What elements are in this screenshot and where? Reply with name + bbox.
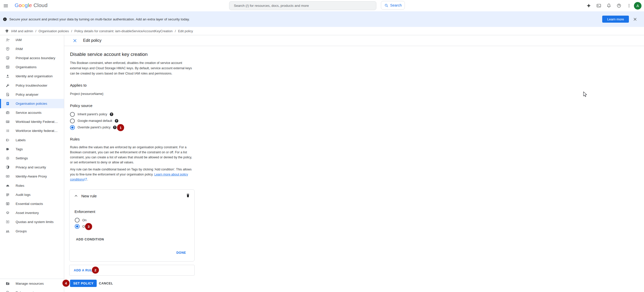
more-vert-button[interactable] <box>624 0 634 11</box>
doc-gear-icon <box>6 92 10 97</box>
applies-to-value: Project {resourceName} <box>70 92 103 96</box>
sidebar-item-organisations[interactable]: Organisations <box>0 63 64 72</box>
sidebar-item-label: Policy analyser <box>16 93 39 96</box>
sidebar-item-workforce-identity-federat[interactable]: Workforce identity federat… <box>0 126 64 135</box>
sidebar-item-pam[interactable]: PAM <box>0 44 64 53</box>
radio-option-label: Override parent's policy <box>78 126 111 129</box>
sidebar-item-label: PAM <box>16 47 23 51</box>
notifications-button[interactable] <box>604 0 614 11</box>
rules-p2-period: . <box>87 178 88 181</box>
sidebar-item-essential-contacts[interactable]: Essential contacts <box>0 199 64 208</box>
proxy-icon <box>6 174 10 178</box>
gemini-button[interactable] <box>584 0 594 11</box>
top-bar: Google Cloud Search A <box>0 0 644 11</box>
done-button[interactable]: DONE <box>176 251 186 254</box>
radio-option-override-parent-s-policy[interactable]: Override parent's policy? <box>70 124 118 131</box>
radio-option-on[interactable]: On <box>75 217 87 223</box>
sidebar-item-identity-and-organisation[interactable]: Identity and organisation <box>0 72 64 81</box>
learn-more-button[interactable]: Learn more <box>602 16 629 23</box>
external-link-icon <box>84 178 87 181</box>
sidebar-item-label: Release notes <box>16 291 37 292</box>
radio-unselected-icon <box>75 218 80 223</box>
doc-lines-icon <box>6 101 10 106</box>
search-button[interactable]: Search <box>381 1 405 10</box>
help-button[interactable] <box>614 0 624 11</box>
breadcrumb: IAM and admin/Organisation policies/Poli… <box>0 27 644 35</box>
cloud-shell-button[interactable] <box>594 0 604 11</box>
breadcrumb-item[interactable]: Policy details for constraint: iam-disab… <box>74 29 172 33</box>
help-icon[interactable]: ? <box>110 113 113 116</box>
menu-icon[interactable] <box>3 3 9 9</box>
search-input[interactable] <box>229 2 376 10</box>
radio-option-inherit-parent-s-policy[interactable]: Inherit parent's policy? <box>70 111 118 118</box>
list-icon <box>6 129 10 133</box>
radio-dot <box>71 113 74 116</box>
radio-dot <box>76 225 78 228</box>
sidebar-item-label: Policy troubleshooter <box>16 84 47 87</box>
sidebar-item-quotas-and-system-limits[interactable]: Quotas and system limits <box>0 217 64 227</box>
annotation-badge-4: 4 <box>62 280 69 287</box>
sidebar-item-label: Principal access boundary <box>16 56 55 60</box>
breadcrumb-item[interactable]: IAM and admin <box>11 29 33 33</box>
add-a-rule-button[interactable]: ADD A RULE <box>74 269 94 272</box>
sidebar-item-service-accounts[interactable]: Service accounts <box>0 108 64 117</box>
radio-unselected-icon <box>70 119 75 123</box>
sidebar-item-iam[interactable]: IAM <box>0 35 64 44</box>
breadcrumb-separator: / <box>35 29 36 33</box>
collapse-chevron-up-icon[interactable] <box>74 194 78 198</box>
sidebar-item-label: Workload Identity Federat… <box>16 120 58 124</box>
wrench-icon <box>6 83 10 88</box>
close-icon[interactable] <box>73 39 77 43</box>
shield-badge-icon <box>6 47 10 51</box>
security-banner: Secure your account and protect your dat… <box>0 11 644 27</box>
sidebar-item-workload-identity-federat[interactable]: Workload Identity Federat… <box>0 117 64 126</box>
sidebar-item-asset-inventory[interactable]: Asset inventory <box>0 208 64 217</box>
tag-icon <box>6 147 10 151</box>
add-condition-button[interactable]: ADD CONDITION <box>76 238 104 241</box>
breadcrumb-item[interactable]: Organisation policies <box>39 29 69 33</box>
help-icon[interactable]: ? <box>115 119 118 123</box>
sidebar-item-organisation-policies[interactable]: Organisation policies <box>0 99 64 108</box>
help-icon[interactable]: ? <box>113 126 117 129</box>
radio-option-google-managed-default[interactable]: Google-managed default? <box>70 118 118 124</box>
sidebar-item-release-notes[interactable]: Release notes <box>0 288 64 292</box>
sidebar-item-principal-access-boundary[interactable]: Principal access boundary <box>0 53 64 62</box>
shield-person-icon <box>6 56 10 60</box>
card-icon <box>6 120 10 124</box>
sidebar-item-policy-troubleshooter[interactable]: Policy troubleshooter <box>0 81 64 90</box>
sidebar-item-settings[interactable]: Settings <box>0 154 64 163</box>
sidebar-item-audit-logs[interactable]: Audit logs <box>0 190 64 199</box>
radio-selected-icon <box>75 224 80 229</box>
groups-icon <box>6 229 10 233</box>
avatar[interactable]: A <box>634 2 641 10</box>
sidebar-item-roles[interactable]: Roles <box>0 181 64 190</box>
page-title: Edit policy <box>83 38 101 43</box>
radio-option-off[interactable]: Off <box>75 223 87 230</box>
sidebar-item-identity-aware-proxy[interactable]: Identity-Aware Proxy <box>0 172 64 181</box>
radio-dot <box>71 126 74 129</box>
sidebar-item-label: Asset inventory <box>16 211 39 215</box>
sidebar-item-label: Settings <box>16 156 28 160</box>
sidebar-item-groups[interactable]: Groups <box>0 227 64 236</box>
banner-close-icon[interactable] <box>633 17 637 21</box>
constraint-title: Disable service account key creation <box>70 52 148 57</box>
delete-rule-trash-icon[interactable] <box>186 193 190 198</box>
logo-suffix: Cloud <box>33 2 48 8</box>
sidebar-item-manage-resources[interactable]: Manage resources <box>0 279 64 288</box>
sidebar-item-labels[interactable]: Labels <box>0 135 64 144</box>
annotation-badge-2: 2 <box>92 267 99 274</box>
dashed-box-icon <box>6 220 10 224</box>
lines-icon <box>6 193 10 197</box>
cancel-button[interactable]: CANCEL <box>97 280 115 287</box>
new-rule-title: New rule <box>81 194 97 198</box>
breadcrumb-item[interactable]: Edit policy <box>178 29 193 33</box>
set-policy-button[interactable]: SET POLICY <box>70 280 97 287</box>
breadcrumb-separator: / <box>175 29 176 33</box>
iam-admin-icon <box>5 29 9 33</box>
sidebar-item-privacy-and-security[interactable]: Privacy and security <box>0 163 64 172</box>
radio-dot <box>76 219 78 221</box>
edit-policy-header: Edit policy <box>64 35 644 46</box>
sidebar-item-label: Service accounts <box>16 111 42 115</box>
sidebar-item-tags[interactable]: Tags <box>0 144 64 154</box>
sidebar-item-policy-analyser[interactable]: Policy analyser <box>0 90 64 99</box>
